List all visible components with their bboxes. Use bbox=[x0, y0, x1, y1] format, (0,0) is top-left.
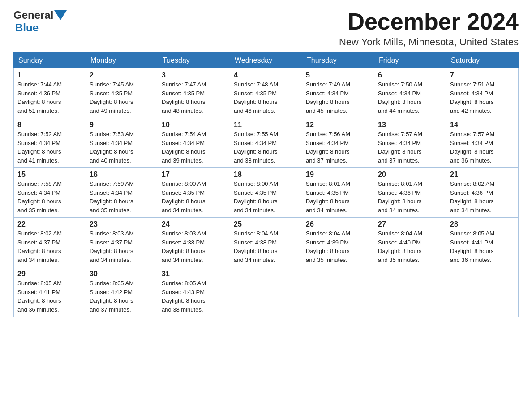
day-info: Sunrise: 7:52 AMSunset: 4:34 PMDaylight:… bbox=[17, 131, 62, 164]
logo-general-text: General bbox=[13, 9, 53, 21]
day-number: 15 bbox=[17, 171, 82, 179]
calendar-cell: 15Sunrise: 7:58 AMSunset: 4:34 PMDayligh… bbox=[14, 168, 86, 218]
day-number: 11 bbox=[234, 121, 298, 129]
day-info: Sunrise: 8:00 AMSunset: 4:35 PMDaylight:… bbox=[234, 180, 278, 214]
calendar-week-5: 29Sunrise: 8:05 AMSunset: 4:41 PMDayligh… bbox=[14, 267, 519, 317]
calendar-cell: 18Sunrise: 8:00 AMSunset: 4:35 PMDayligh… bbox=[230, 168, 302, 218]
day-info: Sunrise: 8:05 AMSunset: 4:41 PMDaylight:… bbox=[450, 230, 494, 263]
calendar-cell: 29Sunrise: 8:05 AMSunset: 4:41 PMDayligh… bbox=[14, 267, 86, 317]
calendar-body: 1Sunrise: 7:44 AMSunset: 4:36 PMDaylight… bbox=[14, 68, 519, 317]
day-info: Sunrise: 8:02 AMSunset: 4:36 PMDaylight:… bbox=[450, 180, 494, 214]
calendar-cell: 5Sunrise: 7:49 AMSunset: 4:34 PMDaylight… bbox=[302, 68, 374, 118]
day-info: Sunrise: 7:48 AMSunset: 4:35 PMDaylight:… bbox=[234, 81, 278, 114]
calendar-cell: 6Sunrise: 7:50 AMSunset: 4:34 PMDaylight… bbox=[374, 68, 446, 118]
day-info: Sunrise: 7:58 AMSunset: 4:34 PMDaylight:… bbox=[17, 180, 62, 214]
calendar-cell: 2Sunrise: 7:45 AMSunset: 4:35 PMDaylight… bbox=[86, 68, 158, 118]
calendar-cell bbox=[446, 267, 519, 317]
day-info: Sunrise: 8:05 AMSunset: 4:42 PMDaylight:… bbox=[90, 280, 134, 313]
day-info: Sunrise: 8:03 AMSunset: 4:37 PMDaylight:… bbox=[90, 230, 134, 263]
calendar-header-friday: Friday bbox=[374, 53, 446, 68]
calendar-cell: 30Sunrise: 8:05 AMSunset: 4:42 PMDayligh… bbox=[86, 267, 158, 317]
calendar-cell: 24Sunrise: 8:03 AMSunset: 4:38 PMDayligh… bbox=[158, 218, 230, 267]
day-number: 13 bbox=[378, 121, 442, 129]
calendar-week-1: 1Sunrise: 7:44 AMSunset: 4:36 PMDaylight… bbox=[14, 68, 519, 118]
day-number: 17 bbox=[162, 171, 226, 179]
day-number: 21 bbox=[450, 171, 515, 179]
calendar-cell bbox=[230, 267, 302, 317]
day-number: 22 bbox=[17, 220, 82, 228]
day-info: Sunrise: 7:47 AMSunset: 4:35 PMDaylight:… bbox=[162, 81, 206, 114]
calendar-header-row: SundayMondayTuesdayWednesdayThursdayFrid… bbox=[14, 53, 519, 68]
calendar-cell: 7Sunrise: 7:51 AMSunset: 4:34 PMDaylight… bbox=[446, 68, 519, 118]
calendar-cell: 27Sunrise: 8:04 AMSunset: 4:40 PMDayligh… bbox=[374, 218, 446, 267]
calendar-cell: 14Sunrise: 7:57 AMSunset: 4:34 PMDayligh… bbox=[446, 118, 519, 168]
calendar-cell: 22Sunrise: 8:02 AMSunset: 4:37 PMDayligh… bbox=[14, 218, 86, 267]
day-number: 29 bbox=[17, 270, 82, 278]
day-info: Sunrise: 7:56 AMSunset: 4:34 PMDaylight:… bbox=[306, 131, 350, 164]
day-info: Sunrise: 7:59 AMSunset: 4:34 PMDaylight:… bbox=[90, 180, 134, 214]
calendar-header-thursday: Thursday bbox=[302, 53, 374, 68]
day-info: Sunrise: 8:01 AMSunset: 4:35 PMDaylight:… bbox=[306, 180, 350, 214]
calendar-cell: 4Sunrise: 7:48 AMSunset: 4:35 PMDaylight… bbox=[230, 68, 302, 118]
day-number: 31 bbox=[162, 270, 226, 278]
calendar-week-2: 8Sunrise: 7:52 AMSunset: 4:34 PMDaylight… bbox=[14, 118, 519, 168]
day-info: Sunrise: 7:49 AMSunset: 4:34 PMDaylight:… bbox=[306, 81, 350, 114]
calendar-cell: 17Sunrise: 8:00 AMSunset: 4:35 PMDayligh… bbox=[158, 168, 230, 218]
logo: General Blue bbox=[13, 9, 67, 34]
logo-triangle-icon bbox=[54, 10, 67, 20]
day-info: Sunrise: 7:51 AMSunset: 4:34 PMDaylight:… bbox=[450, 81, 494, 114]
day-info: Sunrise: 7:57 AMSunset: 4:34 PMDaylight:… bbox=[378, 131, 422, 164]
day-number: 6 bbox=[378, 71, 442, 79]
day-number: 12 bbox=[306, 121, 370, 129]
calendar-cell: 23Sunrise: 8:03 AMSunset: 4:37 PMDayligh… bbox=[86, 218, 158, 267]
day-number: 30 bbox=[90, 270, 154, 278]
day-info: Sunrise: 7:57 AMSunset: 4:34 PMDaylight:… bbox=[450, 131, 494, 164]
calendar-cell: 12Sunrise: 7:56 AMSunset: 4:34 PMDayligh… bbox=[302, 118, 374, 168]
calendar-cell: 20Sunrise: 8:01 AMSunset: 4:36 PMDayligh… bbox=[374, 168, 446, 218]
day-info: Sunrise: 8:05 AMSunset: 4:41 PMDaylight:… bbox=[17, 280, 62, 313]
calendar-cell bbox=[302, 267, 374, 317]
logo-blue-text: Blue bbox=[15, 21, 39, 34]
day-number: 18 bbox=[234, 171, 298, 179]
calendar-week-3: 15Sunrise: 7:58 AMSunset: 4:34 PMDayligh… bbox=[14, 168, 519, 218]
calendar-header-sunday: Sunday bbox=[14, 53, 86, 68]
calendar-cell: 25Sunrise: 8:04 AMSunset: 4:38 PMDayligh… bbox=[230, 218, 302, 267]
day-number: 4 bbox=[234, 71, 298, 79]
day-info: Sunrise: 7:50 AMSunset: 4:34 PMDaylight:… bbox=[378, 81, 422, 114]
day-number: 27 bbox=[378, 220, 442, 228]
day-number: 1 bbox=[17, 71, 82, 79]
day-info: Sunrise: 8:04 AMSunset: 4:40 PMDaylight:… bbox=[378, 230, 422, 263]
day-number: 14 bbox=[450, 121, 515, 129]
calendar-header-wednesday: Wednesday bbox=[230, 53, 302, 68]
calendar-cell: 11Sunrise: 7:55 AMSunset: 4:34 PMDayligh… bbox=[230, 118, 302, 168]
calendar-header-saturday: Saturday bbox=[446, 53, 519, 68]
calendar-table: SundayMondayTuesdayWednesdayThursdayFrid… bbox=[13, 52, 519, 317]
calendar-cell: 26Sunrise: 8:04 AMSunset: 4:39 PMDayligh… bbox=[302, 218, 374, 267]
calendar-cell: 16Sunrise: 7:59 AMSunset: 4:34 PMDayligh… bbox=[86, 168, 158, 218]
calendar-cell: 13Sunrise: 7:57 AMSunset: 4:34 PMDayligh… bbox=[374, 118, 446, 168]
day-info: Sunrise: 8:03 AMSunset: 4:38 PMDaylight:… bbox=[162, 230, 206, 263]
calendar-header-tuesday: Tuesday bbox=[158, 53, 230, 68]
day-info: Sunrise: 7:45 AMSunset: 4:35 PMDaylight:… bbox=[90, 81, 134, 114]
day-number: 24 bbox=[162, 220, 226, 228]
day-number: 23 bbox=[90, 220, 154, 228]
title-area: December 2024 New York Mills, Minnesota,… bbox=[339, 9, 519, 48]
location-title: New York Mills, Minnesota, United States bbox=[339, 36, 519, 48]
day-info: Sunrise: 8:04 AMSunset: 4:38 PMDaylight:… bbox=[234, 230, 278, 263]
day-number: 16 bbox=[90, 171, 154, 179]
day-number: 9 bbox=[90, 121, 154, 129]
day-number: 25 bbox=[234, 220, 298, 228]
svg-marker-0 bbox=[54, 10, 67, 20]
day-info: Sunrise: 7:54 AMSunset: 4:34 PMDaylight:… bbox=[162, 131, 206, 164]
day-info: Sunrise: 8:02 AMSunset: 4:37 PMDaylight:… bbox=[17, 230, 62, 263]
day-number: 26 bbox=[306, 220, 370, 228]
day-number: 5 bbox=[306, 71, 370, 79]
day-info: Sunrise: 8:04 AMSunset: 4:39 PMDaylight:… bbox=[306, 230, 350, 263]
calendar-header-monday: Monday bbox=[86, 53, 158, 68]
calendar-cell: 31Sunrise: 8:05 AMSunset: 4:43 PMDayligh… bbox=[158, 267, 230, 317]
day-info: Sunrise: 8:05 AMSunset: 4:43 PMDaylight:… bbox=[162, 280, 206, 313]
calendar-cell: 1Sunrise: 7:44 AMSunset: 4:36 PMDaylight… bbox=[14, 68, 86, 118]
day-number: 8 bbox=[17, 121, 82, 129]
day-number: 20 bbox=[378, 171, 442, 179]
day-number: 10 bbox=[162, 121, 226, 129]
